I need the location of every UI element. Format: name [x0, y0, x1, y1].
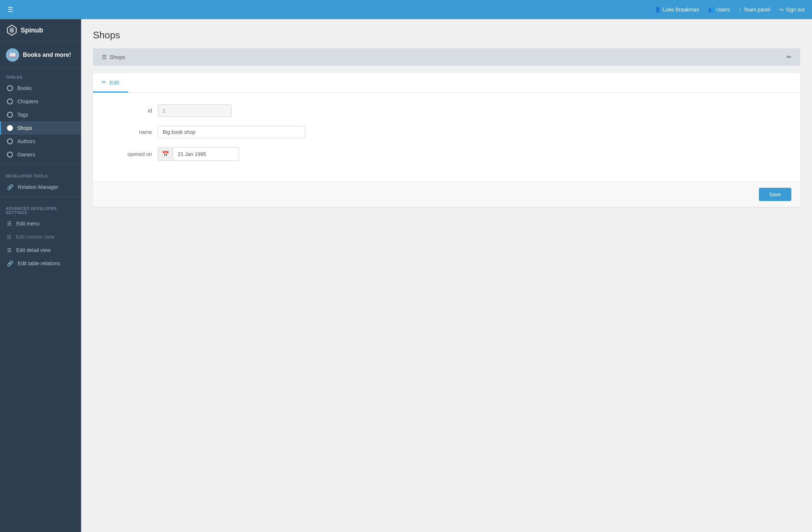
sidebar-item-edit-relations-label: Edit table relations	[18, 260, 60, 266]
sidebar-item-edit-menu[interactable]: ☰ Edit menu	[0, 217, 81, 230]
form-row-opened: opened on 📅 21 Jan 1995	[108, 147, 785, 161]
user-icon: 👤	[655, 7, 661, 13]
tab-edit[interactable]: ✏ Edit	[93, 73, 128, 93]
user-label: Luke Braakman	[663, 7, 699, 13]
sidebar-item-edit-detail-label: Edit detail view	[16, 247, 51, 253]
sidebar-item-authors-label: Authors	[17, 138, 35, 144]
id-label: id	[108, 108, 152, 114]
sidebar-item-books-label: Books	[17, 85, 32, 91]
pencil-icon: ✏	[787, 53, 791, 61]
tables-section-label: TABLES	[0, 69, 81, 82]
edit-footer: Save	[93, 182, 800, 207]
spinub-logo-text: Spinub	[21, 27, 43, 34]
navbar: ☰ 👤 Luke Braakman 👥 Users ↑ Team panel ↪…	[0, 0, 812, 19]
tab-edit-icon: ✏	[102, 79, 107, 86]
breadcrumb-shops-label: Shops	[110, 54, 125, 60]
shops-circle-icon	[7, 125, 13, 131]
divider-1	[0, 164, 81, 165]
edit-card: ✏ Edit id name opened on 📅	[93, 73, 800, 207]
sidebar-item-shops-label: Shops	[17, 125, 32, 131]
sidebar-brand: 📖 Books and more!	[0, 42, 81, 69]
date-text[interactable]: 21 Jan 1995	[173, 148, 239, 160]
advanced-section-label: ADVANCED DEVELOPER SETTINGS	[0, 200, 81, 217]
sidebar-item-edit-column-view: ⊞ Edit column view	[0, 230, 81, 243]
edit-menu-icon: ☰	[7, 221, 12, 227]
developer-section-label: DEVELOPER TOOLS	[0, 167, 81, 180]
authors-circle-icon	[7, 138, 13, 144]
edit-detail-icon: ☰	[7, 247, 12, 253]
sidebar-item-edit-menu-label: Edit menu	[16, 221, 39, 227]
spinub-logo-icon	[6, 24, 18, 36]
list-icon: ☰	[102, 54, 107, 61]
calendar-icon: 📅	[158, 148, 173, 160]
form-row-id: id	[108, 104, 785, 117]
tags-circle-icon	[7, 112, 13, 118]
breadcrumb-bar: ☰ Shops ✏	[93, 48, 800, 66]
team-panel-link[interactable]: ↑ Team panel	[739, 7, 770, 13]
sidebar-item-owners[interactable]: Owners	[0, 148, 81, 161]
user-menu[interactable]: 👤 Luke Braakman	[655, 7, 699, 13]
avatar: 📖	[6, 48, 19, 62]
users-icon: 👥	[708, 7, 714, 13]
sidebar-item-relation-manager-label: Relation Manager	[18, 184, 59, 190]
name-label: name	[108, 129, 152, 135]
sidebar-item-tags-label: Tags	[17, 112, 28, 118]
users-label: Users	[716, 7, 730, 13]
signout-icon: ↪	[779, 7, 784, 13]
main-layout: Spinub 📖 Books and more! TABLES Books Ch…	[0, 19, 812, 532]
content-area: Shops ☰ Shops ✏ ✏ Edit id	[81, 19, 812, 532]
edit-column-icon: ⊞	[7, 234, 11, 240]
brand-name: Books and more!	[23, 52, 71, 58]
sidebar-logo: Spinub	[0, 19, 81, 42]
opened-label: opened on	[108, 151, 152, 157]
signout-label: Sign out	[786, 7, 805, 13]
sidebar-item-books[interactable]: Books	[0, 82, 81, 95]
sidebar-item-authors[interactable]: Authors	[0, 135, 81, 148]
owners-circle-icon	[7, 152, 13, 158]
chapters-circle-icon	[7, 99, 13, 104]
sidebar-item-shops[interactable]: Shops	[0, 121, 81, 135]
sidebar-item-tags[interactable]: Tags	[0, 108, 81, 121]
menu-icon[interactable]: ☰	[7, 6, 13, 14]
sidebar-item-relation-manager[interactable]: 🔗 Relation Manager	[0, 180, 81, 194]
edit-tabs: ✏ Edit	[93, 73, 800, 93]
id-input[interactable]	[158, 104, 232, 117]
edit-relations-icon: 🔗	[7, 260, 13, 266]
sidebar: Spinub 📖 Books and more! TABLES Books Ch…	[0, 19, 81, 532]
navbar-right: 👤 Luke Braakman 👥 Users ↑ Team panel ↪ S…	[655, 7, 805, 13]
sidebar-item-chapters[interactable]: Chapters	[0, 95, 81, 108]
signout-link[interactable]: ↪ Sign out	[779, 7, 805, 13]
page-title: Shops	[93, 30, 800, 41]
sidebar-item-edit-table-relations[interactable]: 🔗 Edit table relations	[0, 257, 81, 270]
team-label: Team panel	[743, 7, 770, 13]
name-input[interactable]	[158, 126, 305, 138]
team-icon: ↑	[739, 7, 741, 13]
form-row-name: name	[108, 126, 785, 138]
books-circle-icon	[7, 85, 13, 91]
date-input-wrapper[interactable]: 📅 21 Jan 1995	[158, 147, 239, 161]
tab-edit-label: Edit	[110, 79, 119, 86]
save-button[interactable]: Save	[759, 188, 791, 201]
sidebar-item-edit-column-label: Edit column view	[16, 234, 55, 240]
breadcrumb-shops[interactable]: ☰ Shops	[93, 48, 778, 66]
edit-form: id name opened on 📅 21 Jan 1995	[93, 93, 800, 182]
users-link[interactable]: 👥 Users	[708, 7, 730, 13]
svg-marker-1	[10, 27, 14, 33]
sidebar-item-edit-detail-view[interactable]: ☰ Edit detail view	[0, 243, 81, 257]
divider-2	[0, 197, 81, 197]
sidebar-item-chapters-label: Chapters	[17, 99, 38, 104]
sidebar-item-owners-label: Owners	[17, 152, 35, 158]
link-icon: 🔗	[7, 184, 13, 190]
